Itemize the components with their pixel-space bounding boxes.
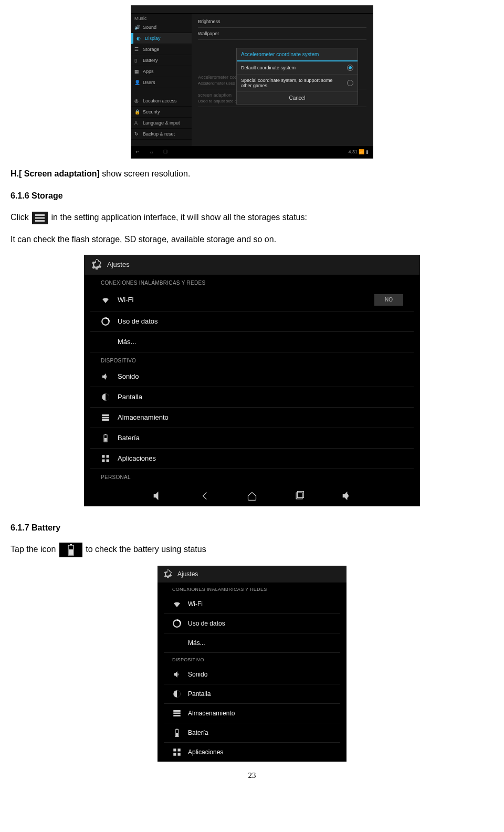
sidebar-item-language[interactable]: ALanguage & input bbox=[131, 118, 192, 129]
storage-icon bbox=[101, 413, 110, 422]
svg-rect-22 bbox=[173, 710, 181, 712]
recent-icon[interactable]: ☐ bbox=[163, 149, 167, 154]
dialog-cancel-button[interactable]: Cancel bbox=[237, 92, 358, 104]
section-personal: PERSONAL bbox=[90, 469, 414, 483]
sidebar-label: Sound bbox=[143, 25, 156, 30]
settings-row-data-usage[interactable]: Uso de datos bbox=[164, 614, 340, 633]
setting-wallpaper[interactable]: Wallpaper bbox=[198, 28, 366, 40]
settings-row-sound[interactable]: Sonido bbox=[164, 665, 340, 684]
paragraph-h-screen-adaptation: H.[ Screen adaptation] show screen resol… bbox=[10, 167, 494, 181]
svg-rect-15 bbox=[296, 493, 302, 499]
svg-rect-12 bbox=[107, 455, 109, 457]
heading-storage: 6.1.6 Storage bbox=[10, 189, 494, 203]
settings-sidebar: Music 🔊Sound ◐Display ☰Storage ▯Battery … bbox=[131, 14, 192, 146]
storage-icon bbox=[172, 709, 182, 718]
data-usage-icon bbox=[172, 619, 182, 628]
sidebar-item-security[interactable]: 🔒Security bbox=[131, 107, 192, 118]
sidebar-item-users[interactable]: 👤Users bbox=[131, 77, 192, 88]
sidebar-item-apps[interactable]: ▦Apps bbox=[131, 66, 192, 77]
svg-rect-7 bbox=[102, 419, 109, 421]
svg-rect-0 bbox=[35, 214, 45, 216]
row-label: Wi-Fi bbox=[118, 296, 133, 304]
svg-rect-9 bbox=[105, 434, 107, 435]
sidebar-item-location[interactable]: ◎Location access bbox=[131, 96, 192, 107]
display-icon bbox=[172, 689, 182, 699]
svg-rect-19 bbox=[69, 549, 73, 555]
paragraph-battery: Tap the icon to check the battery using … bbox=[10, 543, 494, 557]
settings-row-sound[interactable]: Sonido bbox=[90, 367, 414, 387]
svg-rect-30 bbox=[173, 753, 176, 756]
sidebar-item-display[interactable]: ◐Display bbox=[131, 33, 192, 44]
dialog-option-special[interactable]: Special coordinate system, to support so… bbox=[237, 75, 358, 92]
screenshot-settings-battery: Ajustes CONEXIONES INALÁMBRICAS Y REDES … bbox=[158, 566, 346, 762]
dialog-accelerometer: Accelerometer coordinate system Default … bbox=[236, 48, 358, 105]
wifi-icon bbox=[172, 599, 182, 609]
sidebar-item-sound[interactable]: 🔊Sound bbox=[131, 22, 192, 33]
home-icon[interactable] bbox=[247, 491, 257, 501]
settings-row-more[interactable]: Más... bbox=[90, 332, 414, 352]
settings-row-storage[interactable]: Almacenamiento bbox=[164, 704, 340, 723]
dialog-title: Accelerometer coordinate system bbox=[237, 48, 358, 61]
settings-row-more[interactable]: Más... bbox=[164, 633, 340, 653]
section-device: DISPOSITIVO bbox=[90, 352, 414, 367]
sidebar-item-backup[interactable]: ↻Backup & reset bbox=[131, 129, 192, 140]
svg-rect-6 bbox=[102, 417, 109, 418]
clock-label: 4:31 bbox=[348, 149, 358, 154]
row-label: Batería bbox=[188, 729, 208, 736]
row-label: Uso de datos bbox=[118, 317, 158, 325]
sidebar-label: Users bbox=[143, 80, 155, 85]
back-icon[interactable] bbox=[200, 491, 210, 501]
sidebar-item-battery[interactable]: ▯Battery bbox=[131, 55, 192, 66]
recent-icon[interactable] bbox=[294, 491, 304, 501]
dialog-option-default[interactable]: Default coordinate system bbox=[237, 61, 358, 75]
row-label: Almacenamiento bbox=[118, 413, 169, 421]
settings-row-display[interactable]: Pantalla bbox=[90, 387, 414, 408]
settings-title: Ajustes bbox=[107, 261, 130, 268]
settings-row-wifi[interactable]: Wi-Fi NO bbox=[90, 289, 414, 311]
settings-row-battery[interactable]: Batería bbox=[90, 428, 414, 449]
section-wireless: CONEXIONES INALÁMBRICAS Y REDES bbox=[164, 583, 340, 595]
row-label: Pantalla bbox=[188, 690, 211, 698]
row-label: Sonido bbox=[118, 372, 139, 380]
svg-rect-14 bbox=[107, 459, 109, 462]
svg-rect-26 bbox=[176, 729, 178, 730]
settings-row-apps[interactable]: Aplicaciones bbox=[164, 743, 340, 762]
settings-title: Ajustes bbox=[177, 570, 198, 578]
setting-brightness[interactable]: Brightness bbox=[198, 16, 366, 28]
sidebar-label: Display bbox=[145, 36, 161, 41]
settings-row-apps[interactable]: Aplicaciones bbox=[90, 449, 414, 469]
row-label: Almacenamiento bbox=[188, 710, 235, 717]
settings-row-storage[interactable]: Almacenamiento bbox=[90, 408, 414, 428]
svg-rect-27 bbox=[176, 733, 178, 736]
settings-header: Ajustes bbox=[84, 255, 420, 275]
back-icon[interactable]: ↩ bbox=[135, 149, 140, 154]
paragraph-storage-2: It can check the flash storage, SD stora… bbox=[10, 233, 494, 246]
row-label: Uso de datos bbox=[188, 620, 225, 627]
sidebar-label: Language & input bbox=[143, 120, 180, 126]
section-wireless: CONEXIONES INALÁMBRICAS Y REDES bbox=[90, 275, 414, 289]
system-navbar bbox=[84, 485, 420, 506]
settings-row-display[interactable]: Pantalla bbox=[164, 684, 340, 704]
svg-rect-10 bbox=[104, 438, 107, 442]
wifi-toggle[interactable]: NO bbox=[374, 294, 403, 306]
status-bar: 4:31 📶 ▮ bbox=[348, 149, 369, 154]
sidebar-item-storage[interactable]: ☰Storage bbox=[131, 44, 192, 55]
screenshot-settings-storage: Ajustes CONEXIONES INALÁMBRICAS Y REDES … bbox=[84, 255, 420, 506]
display-icon bbox=[101, 392, 110, 402]
row-label: Más... bbox=[118, 338, 136, 346]
radio-icon bbox=[347, 80, 353, 86]
label-h-screen-adaptation: H.[ Screen adaptation] bbox=[10, 169, 100, 178]
wifi-icon bbox=[101, 295, 110, 305]
home-icon[interactable]: ⌂ bbox=[150, 149, 153, 154]
section-device: DISPOSITIVO bbox=[164, 653, 340, 665]
volume-down-icon[interactable] bbox=[152, 491, 163, 501]
row-label: Batería bbox=[118, 434, 140, 442]
volume-up-icon[interactable] bbox=[341, 491, 352, 501]
settings-row-battery[interactable]: Batería bbox=[164, 723, 340, 743]
sidebar-group-label: Music bbox=[131, 15, 192, 22]
heading-battery: 6.1.7 Battery bbox=[10, 521, 494, 535]
apps-icon bbox=[101, 454, 110, 463]
settings-row-data-usage[interactable]: Uso de datos bbox=[90, 311, 414, 332]
svg-rect-28 bbox=[173, 748, 176, 751]
settings-row-wifi[interactable]: Wi-Fi bbox=[164, 595, 340, 614]
